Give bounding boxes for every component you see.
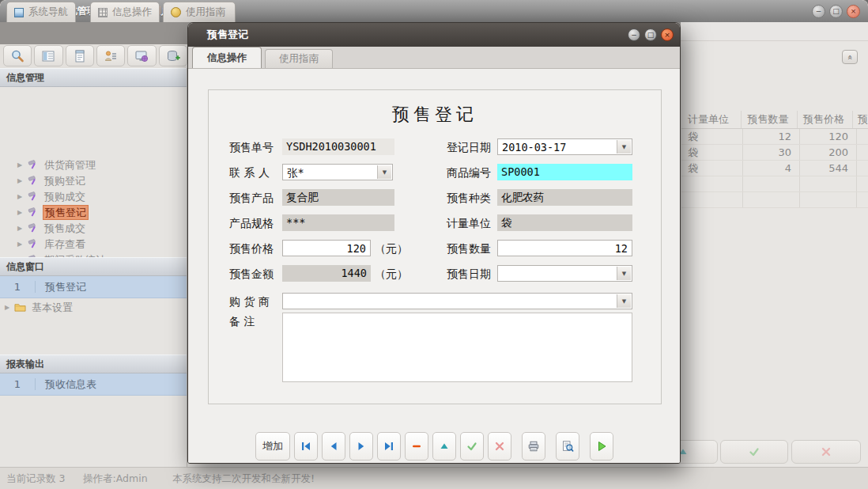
background-confirm-button[interactable]	[720, 440, 788, 464]
tree-item-prepurchase-deal[interactable]: 预购成交	[0, 188, 187, 204]
presale-date-dropdown[interactable]	[497, 265, 632, 282]
unit-field: 袋	[497, 214, 632, 231]
item-label: 预收信息表	[36, 377, 96, 392]
monitor-globe-button[interactable]	[127, 45, 156, 66]
background-content: 计量单位 预售数量 预售价格 预 袋 12 120 袋 30 200 袋 4 5…	[681, 41, 868, 467]
dialog-tabstrip: 信息操作 使用指南	[188, 47, 680, 69]
tree-folder-basic-settings[interactable]: 基本设置	[0, 299, 187, 315]
amount-label: 预售金额	[229, 265, 274, 282]
info-operation-icon	[98, 8, 108, 17]
product-code-field[interactable]: SP0001	[497, 164, 632, 180]
table-row[interactable]: 袋 12 120	[681, 129, 868, 145]
buyer-dropdown[interactable]	[282, 293, 632, 309]
form-row: 预售金额 1440 （元） 预售日期	[209, 265, 661, 282]
table-row[interactable]: 袋 30 200	[681, 145, 868, 161]
edit-up-button[interactable]	[432, 432, 456, 461]
report-output-item[interactable]: 1 预收信息表	[0, 373, 187, 396]
form-row: 预售价格 120 （元） 预售数量 12	[209, 240, 661, 257]
dialog-close-button[interactable]: ×	[661, 28, 674, 41]
dialog-minimize-button[interactable]: −	[628, 28, 640, 41]
col-header-unit: 计量单位	[681, 111, 742, 128]
col-header-clipped: 预	[853, 111, 868, 128]
item-label: 预售登记	[36, 280, 86, 294]
tree-item-supplier-mgmt[interactable]: 供货商管理	[0, 157, 187, 172]
dialog-maximize-button[interactable]: □	[644, 28, 657, 41]
window-controls: − □ ×	[812, 5, 860, 18]
last-record-button[interactable]	[377, 432, 401, 461]
document-button[interactable]	[66, 45, 94, 66]
add-button[interactable]: 增加	[255, 432, 290, 461]
dialog-titlebar[interactable]: 预售登记 − □ ×	[188, 23, 680, 47]
status-message: 本系统支持二次开发和全新开发!	[172, 472, 315, 486]
col-header-price: 预售价格	[798, 111, 853, 128]
price-field[interactable]: 120	[282, 240, 371, 256]
record-count: 当前记录数 3	[6, 472, 65, 486]
first-record-button[interactable]	[294, 432, 318, 461]
dialog-toolbar: 增加	[255, 432, 613, 461]
print-preview-button[interactable]	[556, 432, 579, 461]
confirm-button[interactable]	[460, 432, 484, 461]
table-row[interactable]: 袋 4 544	[681, 161, 868, 176]
section-header-info-mgmt: 信息管理	[0, 68, 187, 87]
tree-item-prepurchase-reg[interactable]: 预购登记	[0, 172, 187, 188]
tab-user-guide[interactable]: 使用指南	[163, 2, 236, 22]
amount-unit-suffix: （元）	[375, 265, 408, 282]
contact-dropdown[interactable]: 张*	[282, 164, 393, 180]
dialog-tab-info-operation[interactable]: 信息操作	[192, 47, 262, 68]
category-field: 化肥农药	[497, 189, 632, 206]
user-list-button[interactable]	[96, 45, 125, 66]
expand-arrow-icon[interactable]	[5, 304, 14, 311]
spec-field: ***	[282, 214, 394, 231]
print-button[interactable]	[522, 432, 545, 461]
tabstrip-right-filler	[681, 22, 868, 41]
expand-arrow-icon[interactable]	[17, 177, 27, 184]
reg-date-label: 登记日期	[447, 138, 491, 156]
remark-textarea[interactable]	[282, 313, 632, 382]
expand-arrow-icon[interactable]	[17, 225, 27, 232]
reg-date-dropdown[interactable]: 2010-03-17	[497, 138, 632, 155]
minimize-button[interactable]: −	[812, 5, 825, 18]
info-window-item[interactable]: 1 预售登记	[0, 276, 187, 298]
tool-icon	[27, 207, 39, 218]
panel-collapse-up-button[interactable]	[842, 50, 858, 64]
section-header-report-output: 报表输出	[0, 354, 187, 373]
database-add-button[interactable]	[159, 45, 187, 66]
spec-label: 产品规格	[229, 214, 274, 232]
sidebar: 信息管理 供货商管理 预购登记 预购成交 预售登记	[0, 68, 187, 467]
dropdown-arrow-icon[interactable]	[617, 140, 631, 154]
close-button[interactable]: ×	[847, 5, 860, 18]
dropdown-arrow-icon[interactable]	[377, 165, 391, 179]
expand-arrow-icon[interactable]	[17, 193, 27, 200]
tab-label: 使用指南	[186, 6, 225, 19]
tree-item-presale-reg[interactable]: 预售登记	[0, 204, 187, 220]
dropdown-arrow-icon[interactable]	[617, 267, 631, 280]
form-row: 预售产品 复合肥 预售种类 化肥农药	[209, 189, 661, 207]
tab-info-operation[interactable]: 信息操作	[90, 2, 160, 22]
presale-table: 计量单位 预售数量 预售价格 预 袋 12 120 袋 30 200 袋 4 5…	[681, 111, 868, 208]
system-nav-icon	[14, 8, 24, 17]
expand-arrow-icon[interactable]	[17, 209, 27, 216]
expand-arrow-icon[interactable]	[17, 241, 27, 248]
qty-field[interactable]: 12	[497, 240, 632, 256]
next-record-button[interactable]	[349, 432, 373, 461]
buyer-label: 购 货 商	[229, 293, 270, 310]
cancel-button[interactable]	[488, 432, 511, 461]
background-cancel-button[interactable]	[791, 440, 861, 464]
dialog-controls: − □ ×	[628, 28, 674, 41]
dialog-tab-user-guide[interactable]: 使用指南	[265, 49, 333, 68]
item-index: 1	[0, 378, 36, 390]
tab-system-nav[interactable]: 系统导航	[6, 2, 76, 22]
run-button[interactable]	[590, 432, 613, 461]
folder-icon	[14, 301, 26, 313]
search-button[interactable]	[3, 45, 32, 66]
expand-arrow-icon[interactable]	[17, 161, 27, 169]
dropdown-arrow-icon[interactable]	[617, 294, 631, 308]
prev-record-button[interactable]	[322, 432, 345, 461]
qty-label: 预售数量	[447, 240, 491, 257]
delete-button[interactable]	[405, 432, 428, 461]
tree-item-presale-deal[interactable]: 预售成交	[0, 220, 187, 236]
tree-item-inventory-view[interactable]: 库存查看	[0, 236, 187, 252]
form-button[interactable]	[34, 45, 62, 66]
presale-date-label: 预售日期	[447, 265, 491, 282]
maximize-button[interactable]: □	[829, 5, 843, 18]
